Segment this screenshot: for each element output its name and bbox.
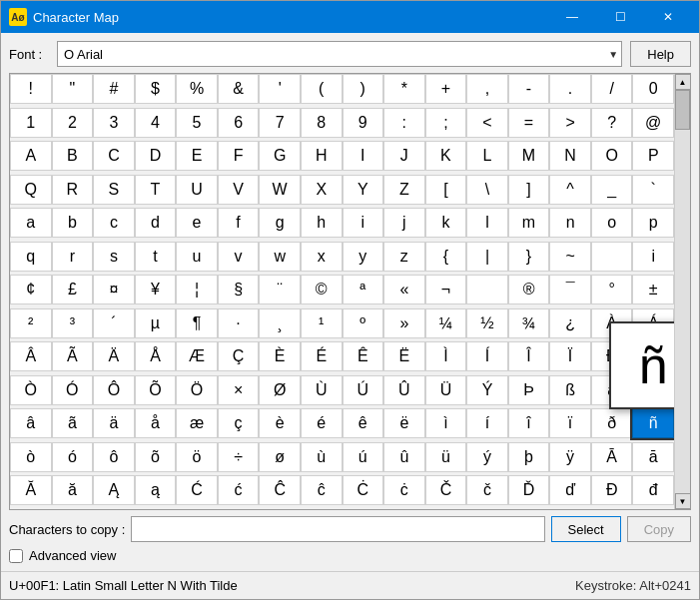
char-cell[interactable]: Õ bbox=[135, 375, 177, 405]
char-cell[interactable]: ~ bbox=[549, 242, 591, 272]
char-cell[interactable]: d bbox=[135, 208, 177, 238]
char-cell[interactable]: Ô bbox=[93, 375, 135, 405]
char-cell[interactable]: ª bbox=[343, 275, 384, 304]
char-cell[interactable]: ² bbox=[10, 308, 52, 338]
select-button[interactable]: Select bbox=[551, 516, 621, 542]
char-cell[interactable]: ï bbox=[549, 408, 591, 438]
char-cell[interactable]: » bbox=[383, 308, 425, 338]
char-cell[interactable]: & bbox=[218, 74, 260, 104]
char-cell[interactable]: p bbox=[632, 208, 674, 238]
scroll-down-button[interactable]: ▼ bbox=[675, 493, 691, 509]
char-cell[interactable]: ¦ bbox=[176, 275, 218, 304]
char-cell[interactable]: æ bbox=[176, 408, 218, 438]
char-cell[interactable]: ã bbox=[52, 408, 94, 438]
char-cell[interactable]: Ó bbox=[52, 375, 94, 405]
char-cell[interactable]: V bbox=[218, 175, 260, 205]
char-cell[interactable]: ' bbox=[259, 74, 301, 104]
char-cell[interactable]: ¯ bbox=[549, 275, 591, 304]
char-cell[interactable]: E bbox=[176, 141, 218, 171]
char-cell[interactable]: © bbox=[301, 275, 343, 304]
char-cell[interactable]: ° bbox=[591, 275, 633, 304]
char-cell[interactable]: µ bbox=[135, 308, 177, 338]
char-cell[interactable]: ¼ bbox=[425, 308, 467, 338]
char-cell[interactable]: ð bbox=[591, 408, 633, 438]
char-cell[interactable]: 2 bbox=[52, 108, 94, 138]
char-cell[interactable]: ¸ bbox=[259, 308, 301, 338]
char-cell[interactable]: - bbox=[508, 74, 550, 104]
char-cell[interactable]: ÷ bbox=[218, 442, 260, 472]
char-cell[interactable]: y bbox=[343, 242, 384, 272]
char-cell[interactable]: ú bbox=[343, 442, 384, 472]
char-cell[interactable]: . bbox=[549, 74, 591, 104]
char-cell[interactable]: ò bbox=[10, 442, 52, 472]
char-cell[interactable]: ¢ bbox=[10, 275, 52, 304]
char-cell[interactable]: q bbox=[10, 242, 52, 272]
char-cell[interactable]: ­ bbox=[466, 275, 508, 304]
char-cell[interactable]: ¥ bbox=[135, 275, 177, 304]
minimize-button[interactable]: — bbox=[549, 1, 595, 33]
scroll-thumb[interactable] bbox=[675, 90, 690, 130]
char-cell[interactable]: ³ bbox=[52, 308, 94, 338]
char-cell[interactable]: ¤ bbox=[93, 275, 135, 304]
char-cell[interactable]: j bbox=[383, 208, 425, 238]
close-button[interactable]: ✕ bbox=[645, 1, 691, 33]
char-cell[interactable]: Ã bbox=[52, 341, 94, 371]
char-cell[interactable]: H bbox=[301, 141, 343, 171]
char-cell[interactable]: W bbox=[259, 175, 301, 205]
char-cell[interactable]: M bbox=[508, 141, 550, 171]
char-cell[interactable]: U bbox=[176, 175, 218, 205]
char-cell[interactable]: Ø bbox=[259, 375, 301, 405]
char-cell[interactable]: _ bbox=[591, 175, 633, 205]
char-cell[interactable]: N bbox=[549, 141, 591, 171]
char-cell[interactable]: ć bbox=[218, 475, 260, 505]
char-cell[interactable]: : bbox=[383, 108, 425, 138]
char-cell[interactable]: v bbox=[218, 242, 260, 272]
char-cell[interactable]: u bbox=[176, 242, 218, 272]
char-cell[interactable]: Æ bbox=[176, 341, 218, 371]
char-cell[interactable]: Â bbox=[10, 341, 52, 371]
char-cell[interactable]: ü bbox=[425, 442, 467, 472]
scroll-up-button[interactable]: ▲ bbox=[675, 74, 691, 90]
char-cell[interactable]: } bbox=[508, 242, 550, 272]
char-cell[interactable]: Ö bbox=[176, 375, 218, 405]
char-cell[interactable]: Û bbox=[383, 375, 425, 405]
char-cell[interactable]: Ď bbox=[508, 475, 550, 505]
char-cell[interactable]: Ą bbox=[93, 475, 135, 505]
char-cell[interactable]: i bbox=[343, 208, 384, 238]
char-cell[interactable]: · bbox=[218, 308, 260, 338]
char-cell[interactable]: f bbox=[218, 208, 260, 238]
char-cell[interactable]: B bbox=[52, 141, 94, 171]
char-cell[interactable]: ĉ bbox=[301, 475, 343, 505]
char-cell[interactable]: é bbox=[301, 408, 343, 438]
char-cell[interactable]: ą bbox=[135, 475, 177, 505]
char-cell[interactable]: ¨ bbox=[259, 275, 301, 304]
char-cell[interactable]: ññ bbox=[632, 408, 674, 438]
char-cell[interactable]: K bbox=[425, 141, 467, 171]
char-cell[interactable]: Ă bbox=[10, 475, 52, 505]
char-cell[interactable]: ď bbox=[549, 475, 591, 505]
char-cell[interactable]: û bbox=[383, 442, 425, 472]
char-cell[interactable]: ½ bbox=[466, 308, 508, 338]
char-cell[interactable]: è bbox=[259, 408, 301, 438]
char-cell[interactable]: t bbox=[135, 242, 177, 272]
char-cell[interactable]: õ bbox=[135, 442, 177, 472]
char-cell[interactable]: ; bbox=[425, 108, 467, 138]
char-cell[interactable]: 3 bbox=[93, 108, 135, 138]
char-cell[interactable]: ± bbox=[632, 275, 674, 304]
char-cell[interactable] bbox=[591, 242, 633, 272]
maximize-button[interactable]: ☐ bbox=[597, 1, 643, 33]
char-cell[interactable]: w bbox=[259, 242, 301, 272]
char-cell[interactable]: , bbox=[466, 74, 508, 104]
char-cell[interactable]: Å bbox=[135, 341, 177, 371]
char-cell[interactable]: > bbox=[549, 108, 591, 138]
advanced-view-checkbox[interactable] bbox=[9, 549, 23, 563]
char-cell[interactable]: ® bbox=[508, 275, 550, 304]
char-cell[interactable]: í bbox=[466, 408, 508, 438]
char-cell[interactable]: [ bbox=[425, 175, 467, 205]
char-cell[interactable]: Ù bbox=[301, 375, 343, 405]
char-cell[interactable]: ù bbox=[301, 442, 343, 472]
char-cell[interactable]: £ bbox=[52, 275, 94, 304]
char-cell[interactable]: # bbox=[93, 74, 135, 104]
char-cell[interactable]: + bbox=[425, 74, 467, 104]
char-cell[interactable]: ¶ bbox=[176, 308, 218, 338]
